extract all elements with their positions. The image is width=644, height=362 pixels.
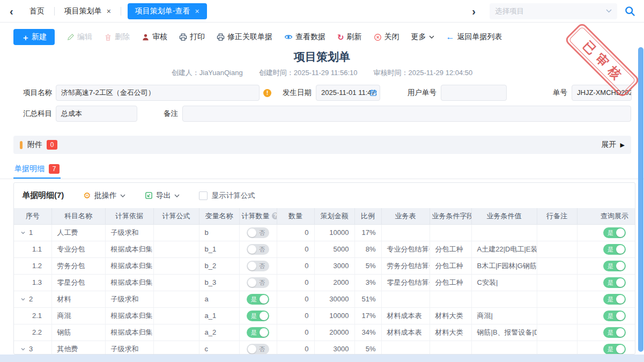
back-to-list-button[interactable]: ← 返回单据列表 [446,32,502,42]
expand-button[interactable]: 展开 ▶ [602,140,625,150]
table-row[interactable]: 3其他费子级求和c否030005%是 [14,341,635,354]
tab-home[interactable]: 首页 [20,0,54,23]
project-select[interactable]: 选择项目 [490,3,617,19]
export-button[interactable]: 导出 [145,191,180,201]
attachments-bar[interactable]: 附件 0 展开 ▶ [13,136,631,154]
help-icon[interactable]: ? [272,212,277,219]
horizontal-scrollbar[interactable] [0,354,644,362]
chevron-left-icon[interactable]: ‹ [3,6,20,17]
switch-knob [248,262,256,270]
table-cell: 0 [277,241,314,257]
info-icon[interactable]: ! [263,89,271,97]
doc-meta: 创建人：JiaYuanQiang 创建时间：2025-11-29 11:56:1… [0,68,644,78]
view-data-button[interactable]: 查看数据 [284,32,325,42]
row-expand-caret[interactable] [20,230,26,235]
table-cell [153,274,199,291]
toggle-switch[interactable]: 是 [603,327,626,338]
search-icon[interactable] [625,6,635,17]
toggle-switch[interactable]: 是 [247,294,269,305]
batch-actions-button[interactable]: ⚙ 批操作 [83,191,125,201]
table-cell [537,224,577,241]
table-cell [381,291,430,307]
switch-knob [260,328,268,337]
close-circle-icon [374,33,382,41]
attachments-label: 附件 [27,140,42,150]
table-cell: b_3 [199,274,239,291]
toggle-switch[interactable]: 是 [603,344,626,354]
table-cell [153,241,199,257]
table-cell: 2000 [314,274,354,291]
table-cell: 材料大类 [430,307,471,324]
audit-button[interactable]: 审核 [142,32,167,42]
tab-planning-view[interactable]: 项目策划单-查看 × [128,3,207,19]
toggle-switch[interactable]: 是 [603,294,626,305]
table-row[interactable]: 2.1商混根据成本归集a_1是01000017%材料成本表材料大类商混|是 [14,307,635,324]
table-row[interactable]: 1人工费子级求和b否01000017%是 [14,224,635,241]
row-expand-caret[interactable] [20,297,26,302]
close-icon[interactable]: × [107,7,111,16]
table-cell: a_1 [199,307,239,324]
column-header: 数量 [277,208,314,224]
show-formula-checkbox[interactable] [199,191,208,200]
close-doc-button[interactable]: 关闭 [374,32,399,42]
summary-field[interactable]: 总成本 [56,106,137,122]
delete-button[interactable]: 删除 [104,32,130,42]
toggle-switch[interactable]: 否 [247,277,269,288]
new-button[interactable]: ＋ 新建 [13,29,55,45]
calendar-icon[interactable] [369,89,377,97]
export-icon [145,191,153,200]
table-cell: 2 [14,291,51,307]
table-cell: 17% [354,224,381,241]
tab-label: 项目策划单-查看 [135,6,190,16]
user-no-field[interactable] [441,85,507,101]
toggle-switch[interactable]: 是 [603,227,626,238]
refresh-button[interactable]: ↻ 刷新 [337,32,362,42]
table-row[interactable]: 1.2劳务分包根据成本归集b_2否030005%劳务分包结算子分包工种B木工|F… [14,257,635,274]
toggle-switch[interactable]: 否 [247,244,269,255]
column-header: 业务条件字段 [430,208,471,224]
table-cell: 根据成本归集 [105,257,153,274]
table-row[interactable]: 1.1专业分包根据成本归集b_1否050008%专业分包结算子分包工种A土建22… [14,241,635,257]
edit-button[interactable]: 编辑 [66,32,92,42]
vertical-scrollbar[interactable] [638,47,643,352]
show-formula-label: 显示计算公式 [212,191,255,201]
table-cell [430,341,471,354]
remark-field[interactable] [182,106,631,122]
toggle-switch[interactable]: 是 [603,244,626,255]
toggle-switch[interactable]: 否 [247,227,269,238]
table-cell: 5% [354,341,381,354]
toggle-switch[interactable]: 否 [247,261,269,271]
table-cell: 材料大类 [430,324,471,341]
chevron-right-icon[interactable]: › [465,6,482,17]
row-expand-caret[interactable] [20,346,26,352]
table-cell [153,224,199,241]
toggle-switch[interactable]: 否 [247,344,269,354]
page-title: 项目策划单 [0,49,644,64]
table-cell: 2.1 [14,307,51,324]
toggle-switch[interactable]: 是 [603,277,626,288]
close-icon[interactable]: × [195,7,199,16]
project-name-field[interactable]: 济邹高速7-2工区（金石公司） [56,85,260,101]
table-cell: a_2 [199,324,239,341]
table-cell: 否 [239,241,277,257]
table-row[interactable]: 1.3零星分包根据成本归集b_3否020003%零星分包结算子分包工种C安装|是 [14,274,635,291]
toggle-switch[interactable]: 是 [247,327,269,338]
print-button[interactable]: 打印 [179,32,205,42]
toggle-switch[interactable]: 是 [603,311,626,321]
table-cell: 是 [577,324,635,341]
tab-planning-list[interactable]: 项目策划单 × [55,0,121,23]
more-button[interactable]: 更多 [411,32,434,42]
date-field[interactable]: 2025-11-01 11:47: [316,85,380,101]
table-cell: 劳务分包 [51,257,105,274]
table-cell: 1.1 [14,241,51,257]
switch-label: 是 [608,294,613,305]
switch-knob [616,262,625,270]
table-row[interactable]: 2.2钢筋根据成本归集a_2是02000034%材料成本表材料大类钢筋|B、报警… [14,324,635,341]
tab-detail-lines[interactable]: 单据明细 7 [13,160,61,179]
toggle-switch[interactable]: 是 [247,311,269,321]
toggle-switch[interactable]: 是 [603,261,626,271]
table-row[interactable]: 2材料子级求和a是03000051%是 [14,291,635,307]
switch-label: 是 [608,344,613,354]
fix-related-button[interactable]: 修正关联单据 [217,32,272,42]
switch-knob [260,312,268,320]
